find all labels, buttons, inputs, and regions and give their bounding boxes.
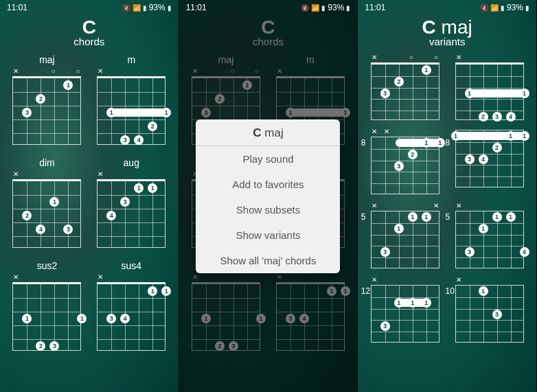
menu-item-show-subsets[interactable]: Show subsets bbox=[196, 197, 340, 222]
mute-mark: ✕ bbox=[12, 68, 19, 75]
page-header: C chords bbox=[179, 14, 358, 54]
fretboard: 31114 bbox=[455, 211, 524, 268]
root-note: C bbox=[261, 16, 275, 38]
chord-diagram[interactable]: sus4✕3411 bbox=[273, 260, 347, 351]
blank-mark bbox=[517, 277, 524, 284]
open-string-markers: ✕○○ bbox=[192, 68, 260, 75]
finger-dot: 1 bbox=[422, 138, 431, 148]
fret-position-label: 8 bbox=[446, 138, 450, 148]
menu-item-show-variants[interactable]: Show variants bbox=[196, 222, 340, 248]
mute-mark: ✕ bbox=[97, 274, 104, 281]
chord-diagram[interactable]: 5✕31114 bbox=[452, 203, 527, 268]
blank-mark bbox=[288, 274, 295, 281]
open-mark: ○ bbox=[229, 68, 236, 75]
chord-diagram[interactable]: maj✕○○321 bbox=[10, 54, 84, 145]
menu-item-play-sound[interactable]: Play sound bbox=[196, 146, 340, 172]
finger-dot: 1 bbox=[422, 65, 431, 75]
mute-icon: 🔇 bbox=[122, 4, 130, 12]
barre bbox=[287, 108, 349, 117]
blank-mark bbox=[517, 54, 524, 61]
finger-dot: 2 bbox=[148, 122, 157, 131]
blank-mark bbox=[396, 203, 402, 209]
open-string-markers: ✕ bbox=[455, 54, 524, 61]
finger-dot: 3 bbox=[22, 108, 32, 117]
finger-dot: 1 bbox=[465, 89, 475, 98]
battery-pct: 93% bbox=[328, 3, 344, 12]
fretboard: 3211 bbox=[371, 137, 439, 194]
blank-mark bbox=[62, 68, 69, 75]
blank-mark bbox=[241, 68, 248, 75]
fretboard: 321 bbox=[371, 62, 439, 120]
chord-diagram[interactable]: sus2✕1231 bbox=[189, 260, 264, 351]
finger-dot: 2 bbox=[492, 143, 502, 152]
battery-icon: ▮ bbox=[168, 4, 172, 12]
fret-position-label: 12 bbox=[361, 286, 370, 296]
blank-mark bbox=[134, 68, 141, 75]
fretboard: 13 bbox=[455, 285, 524, 343]
chord-diagram[interactable]: 12✕3111 bbox=[367, 277, 442, 343]
blank-mark bbox=[338, 68, 345, 75]
blank-mark bbox=[383, 203, 390, 209]
fretboard-diagram: ✕3411 bbox=[276, 274, 345, 351]
finger-dot: 3 bbox=[49, 341, 59, 351]
blank-mark bbox=[204, 68, 211, 75]
blank-mark bbox=[408, 277, 415, 284]
blank-mark bbox=[216, 274, 223, 281]
finger-dot: 1 bbox=[134, 183, 144, 193]
chord-diagram[interactable]: sus2✕1231 bbox=[10, 260, 84, 351]
blank-mark bbox=[49, 171, 56, 178]
mute-mark: ✕ bbox=[97, 68, 104, 75]
chord-diagram[interactable]: m✕13421 bbox=[94, 54, 169, 145]
signal-icon: ▮ bbox=[501, 4, 505, 12]
finger-dot: 1 bbox=[394, 224, 404, 233]
blank-mark bbox=[49, 274, 56, 281]
chord-diagram[interactable]: 5✕✕3111 bbox=[367, 203, 442, 268]
menu-item-show-all-maj-chords[interactable]: Show all 'maj' chords bbox=[196, 248, 340, 273]
finger-dot: 3 bbox=[465, 247, 475, 257]
fretboard: 3111 bbox=[371, 285, 439, 343]
battery-pct: 93% bbox=[149, 3, 165, 12]
finger-dot: 3 bbox=[120, 197, 130, 207]
chord-grid: maj✕○○321m✕13421dim✕2413aug✕4311sus2✕123… bbox=[0, 54, 179, 359]
chord-diagram[interactable]: dim✕2413 bbox=[10, 157, 84, 248]
finger-dot: 1 bbox=[451, 131, 461, 141]
chord-diagram[interactable]: 8✕✕3211 bbox=[367, 128, 442, 194]
barre bbox=[453, 132, 528, 140]
open-mark: ○ bbox=[253, 68, 260, 75]
blank-mark bbox=[383, 54, 390, 61]
fretboard: 3411 bbox=[97, 282, 165, 351]
blank-mark bbox=[325, 274, 332, 281]
fretboard: 3411 bbox=[276, 282, 345, 351]
blank-mark bbox=[408, 128, 415, 135]
blank-mark bbox=[146, 171, 153, 178]
finger-dot: 1 bbox=[242, 80, 252, 90]
blank-mark bbox=[229, 274, 236, 281]
blank-mark bbox=[468, 277, 475, 284]
chord-diagram[interactable]: sus4✕3411 bbox=[94, 260, 169, 351]
blank-mark bbox=[109, 274, 116, 281]
chord-diagram[interactable]: 10✕13 bbox=[452, 277, 527, 343]
chord-diagram[interactable]: ✕12341 bbox=[452, 54, 527, 120]
open-string-markers: ✕ bbox=[12, 171, 81, 178]
battery-icon: ▮ bbox=[525, 4, 529, 12]
chord-diagram[interactable]: aug✕4311 bbox=[94, 157, 169, 248]
blank-mark bbox=[134, 171, 141, 178]
finger-dot: 3 bbox=[63, 224, 73, 234]
finger-dot: 4 bbox=[506, 112, 516, 122]
finger-dot: 4 bbox=[120, 314, 130, 323]
chord-type-label: sus4 bbox=[94, 260, 169, 271]
blank-mark bbox=[420, 277, 427, 284]
finger-dot: 1 bbox=[201, 314, 211, 323]
status-indicators: 🔇 📶 ▮ 93% ▮ bbox=[301, 3, 350, 12]
finger-dot: 1 bbox=[49, 197, 59, 207]
chord-diagram[interactable]: ✕○○321 bbox=[367, 54, 442, 120]
fretboard: 1231 bbox=[12, 282, 81, 351]
finger-dot: 1 bbox=[286, 108, 295, 117]
open-mark: ○ bbox=[49, 68, 56, 75]
finger-dot: 2 bbox=[479, 112, 488, 122]
fretboard-diagram: 10✕13 bbox=[455, 277, 524, 343]
mute-mark: ✕ bbox=[371, 54, 378, 61]
menu-item-add-to-favorites[interactable]: Add to favorites bbox=[196, 172, 340, 197]
chord-diagram[interactable]: 8134211 bbox=[452, 128, 527, 194]
mute-mark: ✕ bbox=[276, 68, 283, 75]
